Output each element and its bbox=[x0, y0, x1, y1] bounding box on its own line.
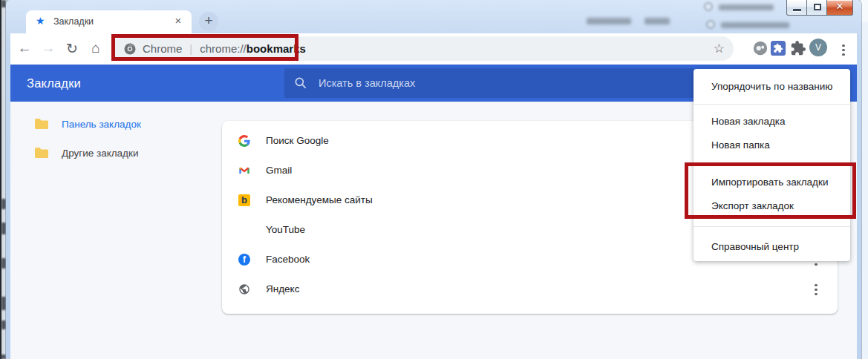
screenshot-root: ✕ ★ Закладки × + ← → ↻ ⌂ Chrome | chrome… bbox=[0, 0, 868, 359]
blurred-text bbox=[719, 4, 774, 10]
background-fragment bbox=[0, 355, 6, 359]
menu-divider bbox=[694, 226, 850, 227]
maximize-icon bbox=[814, 4, 821, 10]
bookmark-label: Рекомендуемые сайты bbox=[266, 194, 373, 205]
bookmark-page-star-icon[interactable]: ☆ bbox=[714, 41, 725, 56]
menu-item-new-folder[interactable]: Новая папка bbox=[694, 134, 850, 157]
blurred-text bbox=[721, 22, 789, 28]
new-tab-button[interactable]: + bbox=[199, 12, 218, 31]
bookmark-label: Яндекс bbox=[266, 283, 299, 294]
sidebar-item-bookmarks-bar[interactable]: Панель закладок bbox=[34, 116, 141, 131]
bookmark-label: YouTube bbox=[266, 224, 305, 235]
close-icon: ✕ bbox=[827, 1, 852, 12]
menu-divider bbox=[694, 104, 850, 105]
browser-tab[interactable]: ★ Закладки × bbox=[26, 10, 192, 33]
bookmark-star-favicon: ★ bbox=[36, 15, 45, 27]
extension-badge-icon[interactable] bbox=[752, 40, 769, 56]
folder-icon bbox=[34, 147, 49, 159]
annotation-box-url bbox=[111, 34, 298, 61]
background-window-strip bbox=[0, 0, 6, 359]
minimize-icon bbox=[793, 9, 801, 11]
back-icon[interactable]: ← bbox=[15, 40, 34, 56]
desktop-gutter bbox=[861, 0, 868, 359]
bookmark-label: Gmail bbox=[266, 165, 292, 176]
menu-item-new-bookmark[interactable]: Новая закладка bbox=[694, 110, 850, 134]
bookmark-row[interactable]: Яндекс bbox=[222, 274, 838, 304]
blurred-radio bbox=[704, 2, 713, 11]
bookmarks-search-input[interactable]: Искать в закладках bbox=[284, 68, 694, 98]
sidebar-item-label: Другие закладки bbox=[62, 148, 138, 159]
bookmark-label: Поиск Google bbox=[266, 135, 329, 146]
search-placeholder: Искать в закладках bbox=[319, 77, 415, 89]
menu-item-sort-by-name[interactable]: Упорядочить по названию bbox=[694, 75, 850, 99]
bing-icon: b bbox=[238, 194, 250, 206]
reload-icon[interactable]: ↻ bbox=[62, 40, 82, 57]
blurred-text bbox=[587, 18, 631, 24]
tab-title: Закладки bbox=[53, 16, 94, 27]
blurred-text bbox=[645, 18, 670, 24]
folder-icon bbox=[34, 118, 49, 130]
maximize-button[interactable] bbox=[806, 0, 827, 16]
search-icon bbox=[293, 76, 308, 90]
extension-puzzle-blue-icon[interactable] bbox=[770, 40, 786, 56]
globe-icon bbox=[238, 283, 250, 295]
forward-icon[interactable]: → bbox=[39, 40, 58, 56]
profile-avatar[interactable]: V bbox=[809, 39, 827, 56]
bookmark-label: Facebook bbox=[266, 254, 310, 265]
minimize-button[interactable] bbox=[786, 0, 807, 16]
tab-close-icon[interactable]: × bbox=[172, 14, 185, 27]
page-title: Закладки bbox=[27, 76, 81, 90]
sidebar-item-other-bookmarks[interactable]: Другие закладки bbox=[34, 145, 138, 160]
extensions-menu-puzzle-icon[interactable] bbox=[790, 40, 806, 56]
home-icon[interactable]: ⌂ bbox=[86, 40, 105, 56]
close-window-button[interactable]: ✕ bbox=[826, 0, 853, 16]
blurred-radio bbox=[706, 20, 715, 29]
sidebar-item-label: Панель закладок bbox=[62, 119, 141, 130]
menu-item-help-center[interactable]: Справочный центр bbox=[694, 235, 850, 259]
google-icon bbox=[238, 135, 250, 147]
row-kebab-icon[interactable] bbox=[811, 282, 821, 297]
annotation-box-import-export bbox=[685, 162, 856, 219]
gmail-icon bbox=[238, 165, 250, 177]
facebook-icon: f bbox=[238, 254, 250, 266]
browser-menu-kebab-icon[interactable] bbox=[838, 42, 849, 58]
